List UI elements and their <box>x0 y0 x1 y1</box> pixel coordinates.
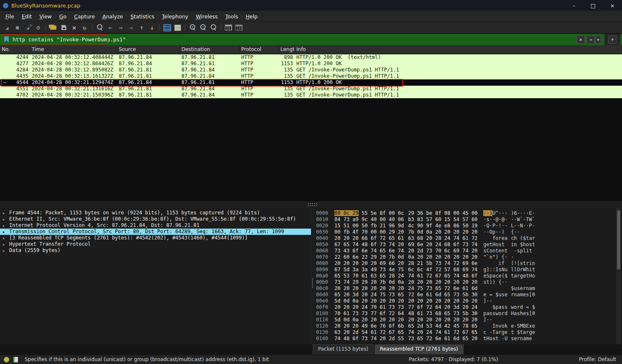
detail-line-5[interactable]: ▸Hypertext Transfer Protocol <box>0 241 311 247</box>
maximize-button[interactable]: □ <box>584 0 603 11</box>
zoom-out-icon[interactable] <box>198 23 208 32</box>
packet-row-4702[interactable]: 47022024-04-28 00:32:21.150396Z87.96.21.… <box>0 92 622 98</box>
hex-row-0100[interactable]: 010070 61 73 73 77 6f 72 6448 61 73 68 6… <box>314 311 616 317</box>
resize-columns-icon[interactable] <box>223 23 234 32</box>
capture-options-icon[interactable] <box>33 23 43 32</box>
tab-packet-bytes[interactable]: Packet (1153 bytes) <box>313 344 374 354</box>
hex-row-0120[interactable]: 012020 20 20 49 6e 76 6f 6b65 2d 53 4d 4… <box>314 323 616 329</box>
autoscroll-icon[interactable] <box>162 23 172 32</box>
expander-icon[interactable]: ▸ <box>3 235 5 242</box>
expander-icon[interactable]: ▸ <box>3 248 5 254</box>
hex-row-00a0[interactable]: 00a065 53 70 61 63 65 28 2474 61 72 67 6… <box>314 273 616 279</box>
menu-analyze[interactable]: Analyze <box>99 12 127 21</box>
hex-scrollbar[interactable] <box>616 208 621 344</box>
column-header-info[interactable]: Info <box>295 45 622 54</box>
expander-icon[interactable]: ▸ <box>3 210 5 216</box>
column-header-no[interactable]: No. <box>0 45 30 54</box>
find-packet-icon[interactable] <box>94 23 105 32</box>
detail-line-2[interactable]: ▸Internet Protocol Version 4, Src: 87.96… <box>0 222 311 229</box>
column-header-source[interactable]: Source <box>117 45 180 54</box>
column-header-destination[interactable]: Destination <box>180 45 240 54</box>
hex-row-0000[interactable]: 000000 0c 29 55 5e 8f 00 0c29 36 be 8f 0… <box>314 210 616 216</box>
filter-input[interactable]: http contains "Invoke-PowerDump.ps1" <box>13 36 575 43</box>
column-header-lengt[interactable]: Lengt <box>279 45 295 54</box>
packet-row-4544[interactable]: 45442024-04-28 00:32:21.129474Z87.96.21.… <box>0 79 622 86</box>
last-packet-icon[interactable] <box>147 23 157 32</box>
expander-icon[interactable]: ▸ <box>3 229 5 235</box>
expander-icon[interactable]: ▸ <box>3 223 5 229</box>
expander-icon[interactable]: ▸ <box>3 242 5 248</box>
save-file-icon[interactable] <box>59 23 69 32</box>
menu-wireless[interactable]: Wireless <box>192 12 222 21</box>
go-to-packet-icon[interactable] <box>126 23 136 32</box>
detail-line-4[interactable]: ▸[3 Reassembled TCP Segments (2761 bytes… <box>0 235 311 241</box>
menu-view[interactable]: View <box>36 12 56 21</box>
packet-row-4435[interactable]: 44352024-04-28 00:32:13.161327Z87.96.21.… <box>0 73 622 79</box>
filter-bookmark-icon[interactable] <box>4 36 9 43</box>
tab-reassembled-tcp[interactable]: Reassembled TCP (2761 bytes) <box>375 344 464 354</box>
hex-row-00b0[interactable]: 00b073 74 29 29 20 7b 0d 0a20 20 20 20 2… <box>314 279 616 285</box>
menu-edit[interactable]: Edit <box>18 12 36 21</box>
zoom-reset-icon[interactable] <box>208 23 219 32</box>
menu-telephony[interactable]: Telephony <box>158 12 192 21</box>
capture-start-icon[interactable] <box>2 23 12 32</box>
filter-clear-icon[interactable]: × <box>576 36 585 44</box>
hex-row-0070[interactable]: 007022 60 6e 22 29 20 7b 0d0a 20 20 20 2… <box>314 254 616 260</box>
detail-line-6[interactable]: ▸Data (2559 bytes) <box>0 247 311 254</box>
go-back-icon[interactable] <box>105 23 115 32</box>
menu-file[interactable]: File <box>2 12 18 21</box>
expert-info-icon[interactable] <box>4 357 9 362</box>
display-columns-icon[interactable] <box>234 23 244 32</box>
detail-line-1[interactable]: ▸Ethernet II, Src: VMware_36:be:8f (00:0… <box>0 216 311 222</box>
hex-scrollbar-thumb[interactable] <box>617 210 620 270</box>
close-file-icon[interactable] <box>69 23 79 32</box>
hex-row-00e0[interactable]: 00e05d 0d 0a 20 20 20 20 2020 20 20 20 2… <box>314 298 616 304</box>
capture-stop-icon[interactable] <box>12 23 23 32</box>
filter-apply-icon[interactable]: → <box>586 36 595 44</box>
packet-row-4244[interactable]: 42442024-04-28 00:32:12.408444Z87.96.21.… <box>0 54 622 61</box>
column-header-time[interactable]: Time <box>30 45 117 54</box>
hex-row-0010[interactable]: 001004 73 a9 9c 40 00 40 06b3 83 57 60 1… <box>314 216 616 223</box>
go-forward-icon[interactable] <box>115 23 126 32</box>
filter-dropdown-icon[interactable]: ▾ <box>595 36 601 44</box>
detail-line-3[interactable]: ▸Transmission Control Protocol, Src Port… <box>0 229 311 235</box>
capture-restart-icon[interactable] <box>23 23 33 32</box>
hex-row-0080[interactable]: 008020 20 20 20 20 69 66 2028 21 5b 73 7… <box>314 260 616 267</box>
hex-ascii: · <box>511 254 535 260</box>
horizontal-splitter[interactable] <box>0 201 622 208</box>
zoom-in-icon[interactable] <box>187 23 198 32</box>
hex-row-0050[interactable]: 005067 65 74 48 6f 73 74 2069 6e 20 24 6… <box>314 242 616 248</box>
menu-help[interactable]: Help <box>242 12 262 21</box>
close-button[interactable]: × <box>603 0 622 11</box>
hex-row-0110[interactable]: 01105d 0d 0a 20 20 20 20 2020 20 20 20 2… <box>314 317 616 323</box>
menu-statistics[interactable]: Statistics <box>127 12 158 21</box>
vertical-splitter[interactable] <box>311 208 314 344</box>
hex-row-0020[interactable]: 002015 51 00 50 fb 21 96 9d4c 90 9f 4e e… <box>314 223 616 229</box>
colorize-icon[interactable] <box>172 23 183 32</box>
open-file-icon[interactable] <box>48 23 59 32</box>
column-header-protocol[interactable]: Protocol <box>240 45 279 54</box>
hex-row-0140[interactable]: 014074 48 6f 73 74 20 2d 5573 65 72 6e 6… <box>314 336 616 342</box>
first-packet-icon[interactable] <box>136 23 147 32</box>
hex-row-00d0[interactable]: 00d065 20 3d 20 24 75 73 6572 6e 61 6d 6… <box>314 292 616 298</box>
capture-file-properties-icon[interactable] <box>13 357 18 362</box>
hex-row-0130[interactable]: 013063 20 2d 54 61 72 67 6574 20 24 74 6… <box>314 329 616 336</box>
hex-row-0040[interactable]: 004020 20 20 66 6f 72 65 6163 68 20 28 2… <box>314 235 616 242</box>
detail-line-0[interactable]: ▸Frame 4544: Packet, 1153 bytes on wire … <box>0 210 311 216</box>
menu-capture[interactable]: Capture <box>70 12 99 21</box>
reload-icon[interactable] <box>79 23 90 32</box>
status-profile[interactable]: Profile: Default <box>579 356 616 362</box>
packet-row-4284[interactable]: 42842024-04-28 00:32:12.895082Z87.96.21.… <box>0 67 622 73</box>
expander-icon[interactable]: ▸ <box>3 216 5 223</box>
hex-row-0060[interactable]: 006073 43 6f 6e 74 65 6e 7420 2d 73 70 6… <box>314 248 616 254</box>
packet-row-4551[interactable]: 45512024-04-28 00:32:21.131616Z87.96.21.… <box>0 86 622 92</box>
menu-go[interactable]: Go <box>56 12 70 21</box>
hex-row-00f0[interactable]: 00f020 20 20 24 70 61 73 7377 6f 72 64 2… <box>314 304 616 311</box>
packet-row-4277[interactable]: 42772024-04-28 00:32:12.864426Z87.96.21.… <box>0 61 622 67</box>
menu-tools[interactable]: Tools <box>222 12 242 21</box>
hex-row-00c0[interactable]: 00c020 20 20 20 20 20 20 2024 75 73 65 7… <box>314 285 616 292</box>
minimize-button[interactable]: – <box>564 0 584 11</box>
filter-add-button[interactable]: + <box>608 36 617 44</box>
hex-row-0030[interactable]: 003000 fb 4f 70 00 00 29 207b 0d 0a 20 2… <box>314 229 616 235</box>
hex-row-0090[interactable]: 009067 5d 3a 3a 49 73 4e 756c 6c 4f 72 5… <box>314 267 616 273</box>
